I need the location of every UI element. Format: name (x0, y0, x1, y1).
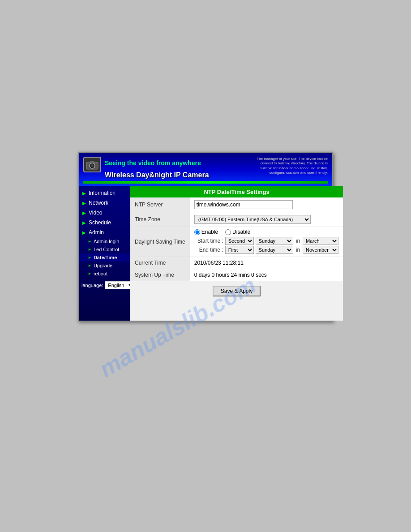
sidebar-label-video: Video (89, 210, 102, 216)
sidebar-sub-label-admin-login: Admin login (94, 239, 119, 244)
start-month-select[interactable]: March January February April May June Ju… (303, 237, 338, 245)
sidebar-label-schedule: Schedule (89, 219, 111, 226)
sidebar-item-network[interactable]: ▶ Network (79, 198, 130, 208)
current-time-row: Current Time 2010/06/23 11:28:11 (130, 257, 343, 269)
sidebar-label-network: Network (89, 200, 108, 206)
disable-label: Disable (232, 229, 250, 235)
sub-arrow-icon: ► (88, 239, 92, 244)
sidebar-sub-admin-login[interactable]: ► Admin login (79, 237, 130, 245)
enable-radio-label[interactable]: Enable (194, 229, 218, 235)
dst-value-cell: Enable Disable Start time : Second (190, 227, 343, 257)
end-in-label: in (295, 247, 301, 253)
sidebar-label-admin: Admin (89, 229, 104, 236)
end-time-row: End time : First Second Third Fourth Las… (194, 246, 338, 254)
time-zone-row: Time Zone (GMT-05:00) Eastern Time(USA &… (130, 212, 343, 227)
sidebar-sub-reboot[interactable]: ► reboot (79, 270, 130, 278)
sidebar-item-video[interactable]: ▶ Video (79, 208, 130, 218)
time-zone-label: Time Zone (130, 212, 190, 227)
current-time-value-cell: 2010/06/23 11:28:11 (190, 257, 343, 269)
end-time-label: End time : (194, 247, 223, 253)
camera-ui: Seeing the video from anywhere Wireless … (78, 152, 333, 322)
end-day-select[interactable]: Sunday Monday Tuesday Wednesday Thursday… (256, 246, 293, 254)
sub-arrow-icon: ► (88, 263, 92, 268)
sidebar-label-information: Information (89, 190, 116, 196)
camera-icon (83, 157, 101, 172)
arrow-icon: ▶ (82, 191, 86, 196)
arrow-icon: ▶ (82, 201, 86, 206)
sidebar: ▶ Information ▶ Network ▶ Video ▶ Schedu… (79, 186, 130, 321)
start-in-label: in (295, 238, 301, 244)
section-title: NTP Date/Time Settings (130, 186, 343, 197)
ntp-server-row: NTP Server (130, 197, 343, 212)
language-row: language: English Chinese French German (79, 278, 130, 291)
current-time-value: 2010/06/23 11:28:11 (194, 260, 244, 266)
system-up-label: System Up Time (130, 269, 190, 281)
start-time-label: Start time : (194, 238, 223, 244)
content-area: NTP Date/Time Settings NTP Server Time Z… (130, 186, 343, 321)
sidebar-item-information[interactable]: ▶ Information (79, 188, 130, 198)
current-time-label: Current Time (130, 257, 190, 269)
ntp-server-value-cell (190, 197, 343, 212)
main-layout: ▶ Information ▶ Network ▶ Video ▶ Schedu… (79, 186, 332, 321)
sidebar-sub-label-date-time: Date/Time (94, 255, 117, 260)
sidebar-sub-led-control[interactable]: ► Led Control (79, 245, 130, 253)
green-bar (83, 181, 328, 184)
disable-radio[interactable] (225, 229, 231, 235)
arrow-icon: ▶ (82, 230, 86, 235)
sidebar-sub-date-time[interactable]: ► Date/Time (79, 253, 130, 262)
sub-arrow-icon: ► (88, 271, 92, 276)
sidebar-sub-label-upgrade: Upgrade (94, 263, 112, 268)
sub-arrow-icon: ► (88, 247, 92, 252)
ntp-server-input[interactable] (194, 200, 293, 209)
sidebar-item-schedule[interactable]: ▶ Schedule (79, 218, 130, 227)
system-up-row: System Up Time 0 days 0 hours 24 mins 0 … (130, 269, 343, 281)
end-week-select[interactable]: First Second Third Fourth Last (225, 246, 254, 254)
header-slogan: Seeing the video from anywhere (105, 159, 209, 167)
system-up-value: 0 days 0 hours 24 mins 0 secs (194, 272, 267, 278)
dst-radio-group: Enable Disable (194, 229, 338, 235)
svg-rect-3 (90, 161, 94, 163)
ntp-server-label: NTP Server (130, 197, 190, 212)
enable-radio[interactable] (194, 229, 200, 235)
start-day-select[interactable]: Sunday Monday Tuesday Wednesday Thursday… (256, 237, 293, 245)
arrow-icon: ▶ (82, 220, 86, 225)
disable-radio-label[interactable]: Disable (225, 229, 250, 235)
start-time-row: Start time : Second First Third Fourth L… (194, 237, 338, 245)
sidebar-item-admin[interactable]: ▶ Admin (79, 227, 130, 237)
system-up-value-cell: 0 days 0 hours 24 mins 0 secs (190, 269, 343, 281)
sidebar-sub-upgrade[interactable]: ► Upgrade (79, 262, 130, 270)
header: Seeing the video from anywhere Wireless … (79, 153, 332, 186)
enable-label: Enable (201, 229, 218, 235)
save-apply-button[interactable]: Save & Apply (213, 286, 261, 296)
sub-arrow-icon: ► (88, 255, 92, 260)
arrow-icon: ▶ (82, 210, 86, 215)
time-zone-value-cell: (GMT-05:00) Eastern Time(USA & Canada) (… (190, 212, 343, 227)
language-label: language: (81, 283, 103, 288)
sidebar-sub-label-led-control: Led Control (94, 247, 119, 252)
header-title: Wireless Day&night IP Camera (105, 171, 209, 179)
form-table: NTP Server Time Zone (GMT-05:00) Eastern… (130, 197, 343, 281)
start-week-select[interactable]: Second First Third Fourth Last (225, 237, 254, 245)
svg-point-2 (91, 164, 94, 167)
dst-label: Daylight Saving Time (130, 227, 190, 257)
header-right-text: The manager of your site. The device can… (247, 157, 328, 176)
dst-row: Daylight Saving Time Enable Disable (130, 227, 343, 257)
end-month-select[interactable]: November January February March April Ma… (303, 246, 338, 254)
time-zone-select[interactable]: (GMT-05:00) Eastern Time(USA & Canada) (… (194, 215, 311, 224)
sidebar-sub-label-reboot: reboot (94, 271, 107, 276)
save-row: Save & Apply (130, 281, 343, 301)
